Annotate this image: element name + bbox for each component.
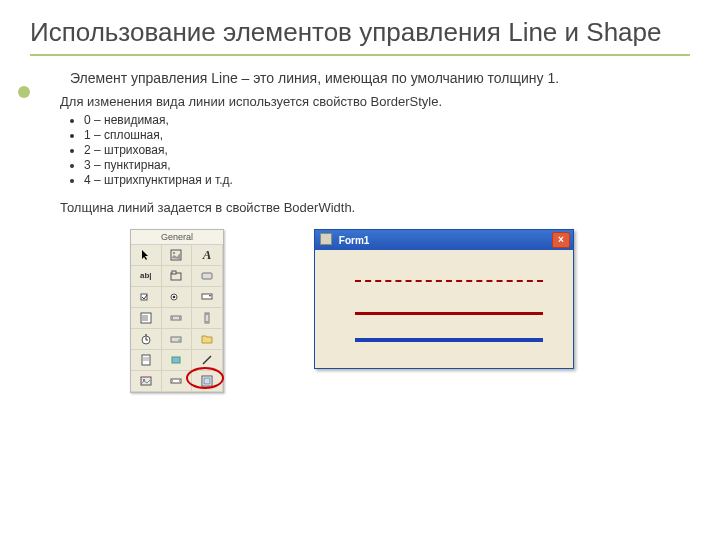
list-item: 3 – пунктирная, <box>84 158 690 172</box>
footer-text: Толщина линий задается в свойстве BoderW… <box>60 200 690 215</box>
combobox-tool-icon[interactable] <box>192 287 223 308</box>
accent-dot <box>18 86 30 98</box>
toolbox-header: General <box>131 230 223 245</box>
checkbox-tool-icon[interactable] <box>131 287 162 308</box>
line-dashed <box>355 280 543 282</box>
svg-line-25 <box>203 356 211 364</box>
title-divider <box>30 54 690 56</box>
list-item: 4 – штрихпунктирная и т.д. <box>84 173 690 187</box>
optionbutton-tool-icon[interactable] <box>162 287 193 308</box>
frame-tool-icon[interactable] <box>162 266 193 287</box>
shape-tool-icon[interactable] <box>162 350 193 371</box>
label-tool-icon[interactable]: A <box>192 245 223 266</box>
listbox-tool-icon[interactable] <box>131 308 162 329</box>
picturebox-tool-icon[interactable] <box>162 245 193 266</box>
title-bar: Form1 × <box>315 230 573 250</box>
filelistbox-tool-icon[interactable] <box>131 350 162 371</box>
image-tool-icon[interactable] <box>131 371 162 392</box>
form-icon <box>320 233 332 245</box>
vscrollbar-tool-icon[interactable] <box>192 308 223 329</box>
svg-rect-3 <box>172 271 176 274</box>
close-button[interactable]: × <box>552 232 570 248</box>
dirlistbox-tool-icon[interactable] <box>192 329 223 350</box>
slide: Использование элементов управления Line … <box>0 0 720 393</box>
close-icon: × <box>558 235 564 245</box>
textbox-tool-icon[interactable]: ab| <box>131 266 162 287</box>
slide-body: Элемент управления Line – это линия, име… <box>30 70 690 393</box>
toolbox-wrapper: General A ab| <box>130 229 224 393</box>
commandbutton-tool-icon[interactable] <box>192 266 223 287</box>
svg-rect-8 <box>202 294 212 299</box>
vb-toolbox: General A ab| <box>130 229 224 393</box>
form-window: Form1 × <box>314 229 574 369</box>
svg-rect-4 <box>202 273 212 279</box>
toolbox-grid: A ab| <box>131 245 223 392</box>
line-tool-icon[interactable] <box>192 350 223 371</box>
svg-point-1 <box>173 252 175 254</box>
form-title: Form1 <box>320 233 369 246</box>
hscrollbar-tool-icon[interactable] <box>162 308 193 329</box>
svg-rect-24 <box>172 357 180 363</box>
line-solid-blue <box>355 338 543 342</box>
lead-text: Элемент управления Line – это линия, име… <box>70 70 690 86</box>
data-tool-icon[interactable] <box>162 371 193 392</box>
pointer-tool-icon[interactable] <box>131 245 162 266</box>
svg-point-7 <box>173 296 176 299</box>
line-solid-red <box>355 312 543 315</box>
svg-point-20 <box>179 339 181 341</box>
ole-tool-icon[interactable] <box>192 371 223 392</box>
list-item: 2 – штриховая, <box>84 143 690 157</box>
timer-tool-icon[interactable] <box>131 329 162 350</box>
page-title: Использование элементов управления Line … <box>30 18 690 48</box>
figure-row: General A ab| <box>70 229 690 393</box>
list-item: 0 – невидимая, <box>84 113 690 127</box>
drivelistbox-tool-icon[interactable] <box>162 329 193 350</box>
bullet-list: 0 – невидимая, 1 – сплошная, 2 – штрихов… <box>70 113 690 187</box>
list-item: 1 – сплошная, <box>84 128 690 142</box>
svg-rect-30 <box>204 378 210 384</box>
svg-rect-18 <box>145 334 147 336</box>
form-canvas <box>315 250 573 368</box>
sub-text: Для изменения вида линии используется св… <box>60 94 690 109</box>
